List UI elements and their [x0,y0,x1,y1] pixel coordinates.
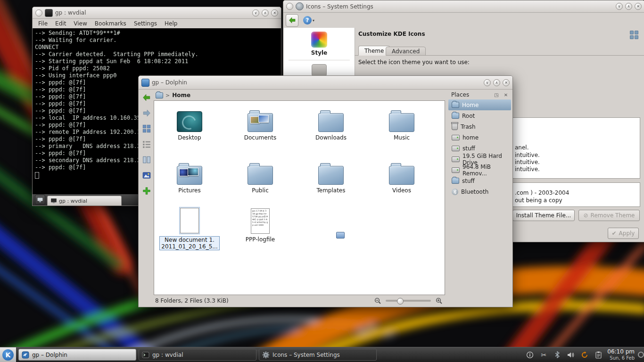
file-pictures[interactable]: Pictures [159,157,220,194]
menu-help[interactable]: Help [161,20,181,27]
remove-theme-button[interactable]: ⊘ Remove Theme [578,210,640,221]
help-button[interactable]: ? ▾ [303,16,314,25]
zoom-slider-handle[interactable] [397,298,404,304]
places-item-bluetooth[interactable]: Bluetooth [448,186,511,197]
places-item-home[interactable]: Home [448,99,511,110]
back-button[interactable] [141,92,152,103]
home-folder-icon[interactable] [156,92,163,99]
split-view-button[interactable] [141,185,152,197]
konsole-titlebar[interactable]: gp : wvdial ∨ ∧ ✕ [33,7,281,19]
dolphin-titlebar[interactable]: gp – Dolphin ∨ ∧ ✕ [139,76,512,90]
places-item-home-partition[interactable]: home [448,132,511,143]
back-button[interactable] [286,14,298,27]
theme-list-text: anel. [515,144,529,151]
columns-view-button[interactable] [141,154,152,165]
float-panel-icon[interactable]: ◳ [493,91,500,98]
new-tab-button[interactable] [35,195,45,205]
file-desktop[interactable]: Desktop [159,105,220,141]
clock[interactable]: 06:10 pm Sun, 6 Feb [607,349,635,360]
zoom-out-icon[interactable] [373,296,382,305]
close-button[interactable]: ✕ [271,9,278,16]
desktop-folder-icon [177,111,202,132]
file-new-document[interactable]: New document 1. 2011_01_20_16_5... [159,206,220,250]
minimize-button[interactable]: ∨ [484,79,491,86]
task-system-settings[interactable]: Icons – System Settings [259,349,377,361]
maximize-button[interactable]: ∧ [262,9,269,16]
details-view-button[interactable] [141,139,152,150]
system-tray: ✂ [526,351,603,359]
removable-drive-icon [452,167,460,173]
textfile-icon: Jan 17 09:4 7:18 gp-Asp ire-5738 pp pd[1… [251,208,270,234]
settings-titlebar[interactable]: Icons – System Settings ∨ ∧ ✕ [283,0,644,13]
breadcrumb-home[interactable]: Home [172,92,190,99]
sidebar-item-workspace[interactable] [284,64,355,76]
menu-bookmarks[interactable]: Bookmarks [91,20,130,27]
menu-settings[interactable]: Settings [130,20,161,27]
close-button[interactable]: ✕ [503,79,510,86]
forward-button[interactable] [141,107,152,119]
dolphin-file-view[interactable]: Desktop Documents Downloads Music [154,100,445,295]
places-item-trash[interactable]: Trash [448,121,511,132]
file-documents[interactable]: Documents [230,105,291,141]
minimize-button[interactable]: ∨ [252,9,259,16]
file-label-line1: New document 1. [161,237,217,243]
maximize-button[interactable]: ∧ [625,3,632,10]
updates-icon[interactable] [580,351,589,359]
root-folder-icon [452,113,459,119]
chevron-down-icon: ▾ [313,18,314,23]
places-item-root[interactable]: Root [448,110,511,121]
notifications-icon[interactable] [526,351,534,359]
icon-grid-button[interactable] [630,31,638,39]
zoom-in-icon[interactable] [435,296,443,305]
places-item-stuff2[interactable]: stuff [448,175,511,186]
dolphin-toolbar [140,92,153,201]
columns-view-icon [142,156,151,164]
clipboard-icon[interactable] [594,351,603,359]
menu-file[interactable]: File [34,20,51,27]
sidebar-item-style[interactable]: Style [284,28,355,56]
preview-button[interactable] [141,170,152,181]
places-label: stuff [462,145,475,152]
icons-view-button[interactable] [141,123,152,134]
theme-list-text: intuitive. [515,159,540,165]
install-theme-button[interactable]: Install Theme File... [512,210,575,221]
preview-icon [142,171,151,180]
drive-icon [452,146,460,151]
menu-edit[interactable]: Edit [51,20,70,27]
file-ppp-logfile[interactable]: Jan 17 09:4 7:18 gp-Asp ire-5738 pp pd[1… [230,206,291,243]
file-videos[interactable]: Videos [371,157,432,194]
window-menu-button[interactable] [35,9,42,16]
task-konsole[interactable]: gp : wvdial [139,349,256,361]
klipper-scissors-icon[interactable]: ✂ [539,351,548,359]
sidebar-item-label: Style [284,49,355,56]
folder-icon [248,166,273,185]
keep-above-button[interactable] [286,3,293,10]
tab-advanced[interactable]: Advanced [386,47,426,56]
menu-view[interactable]: View [70,20,91,27]
zoom-slider[interactable] [386,300,431,302]
window-title: gp : wvdial [55,9,86,16]
panel-toolbox-button[interactable] [637,347,644,362]
terminal-line: --> Sending: ATDT*99***1# [35,30,281,37]
task-dolphin[interactable]: gp – Dolphin [18,349,136,361]
bluetooth-tray-icon[interactable] [553,351,561,359]
bluetooth-icon [452,189,458,195]
apply-button[interactable]: ✔ Apply [608,228,639,239]
folder-icon [389,166,414,185]
close-button[interactable]: ✕ [635,3,642,10]
trash-icon [452,123,458,130]
home-icon [452,102,459,108]
file-downloads[interactable]: Downloads [300,105,362,141]
terminal-tab[interactable]: gp : wvdial [47,196,122,206]
kickoff-launcher-button[interactable]: K [0,347,16,362]
folder-icon [318,113,344,132]
file-public[interactable]: Public [230,157,291,194]
file-music[interactable]: Music [371,105,432,141]
volume-icon[interactable] [567,351,575,359]
maximize-button[interactable]: ∧ [493,79,500,86]
places-item-removable[interactable]: 964.8 MiB Remov... [448,165,511,175]
file-label: Templates [300,187,362,194]
minimize-button[interactable]: ∨ [616,3,623,10]
file-templates[interactable]: Templates [300,157,362,194]
close-panel-icon[interactable]: ✕ [503,91,509,98]
